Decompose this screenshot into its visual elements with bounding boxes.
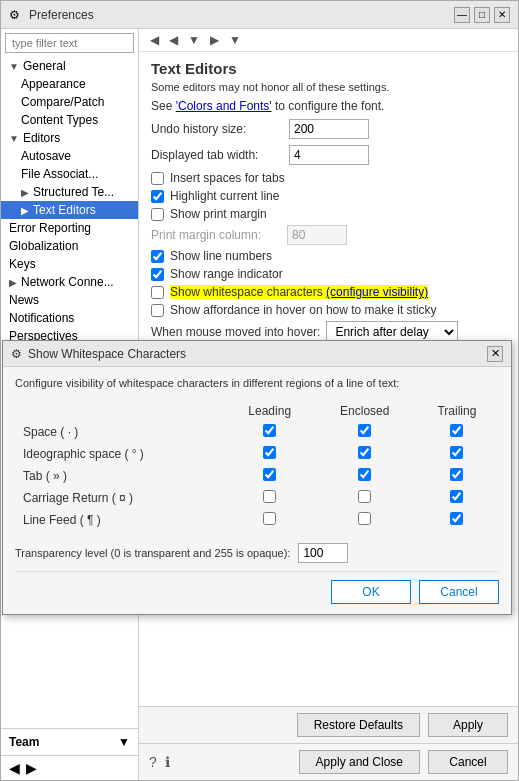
sidebar-item-news[interactable]: News — [1, 291, 138, 309]
sidebar-item-autosave[interactable]: Autosave — [1, 147, 138, 165]
nav-dropdown-button[interactable]: ▼ — [185, 31, 203, 49]
apply-and-close-button[interactable]: Apply and Close — [299, 750, 420, 774]
ideographic-enclosed-checkbox[interactable] — [358, 446, 371, 459]
team-label[interactable]: Team — [9, 735, 39, 749]
ok-button[interactable]: OK — [331, 580, 411, 604]
sidebar-item-error-reporting[interactable]: Error Reporting — [1, 219, 138, 237]
sidebar-item-file-assoc[interactable]: File Associat... — [1, 165, 138, 183]
sidebar-item-label: Notifications — [9, 311, 74, 325]
undo-history-input[interactable] — [289, 119, 369, 139]
show-range-indicator-checkbox[interactable] — [151, 268, 164, 281]
table-row: Ideographic space ( ° ) — [15, 443, 499, 465]
ideographic-leading-checkbox[interactable] — [263, 446, 276, 459]
dialog-title-bar: ⚙ Show Whitespace Characters ✕ — [3, 341, 511, 367]
show-affordance-checkbox[interactable] — [151, 304, 164, 317]
print-margin-column-input — [287, 225, 347, 245]
whitespace-table: Leading Enclosed Trailing Space ( · ) Id… — [15, 401, 499, 531]
configure-visibility-link[interactable]: (configure visibility) — [326, 285, 428, 299]
cancel-button[interactable]: Cancel — [428, 750, 508, 774]
sidebar-item-editors[interactable]: ▼ Editors — [1, 129, 138, 147]
dialog-close-button[interactable]: ✕ — [487, 346, 503, 362]
transparency-label: Transparency level (0 is transparent and… — [15, 547, 290, 559]
col-header-label — [15, 401, 225, 421]
space-trailing-checkbox[interactable] — [450, 424, 463, 437]
tab-leading-checkbox[interactable] — [263, 468, 276, 481]
row-label-lf: Line Feed ( ¶ ) — [15, 509, 225, 531]
sidebar-item-globalization[interactable]: Globalization — [1, 237, 138, 255]
restore-defaults-button[interactable]: Restore Defaults — [297, 713, 420, 737]
space-leading-checkbox[interactable] — [263, 424, 276, 437]
print-margin-column-row: Print margin column: — [151, 225, 506, 245]
show-affordance-label: Show affordance in hover on how to make … — [170, 303, 437, 317]
sidebar-item-content-types[interactable]: Content Types — [1, 111, 138, 129]
sidebar-item-label: File Associat... — [21, 167, 98, 181]
cr-enclosed-checkbox[interactable] — [358, 490, 371, 503]
undo-history-label: Undo history size: — [151, 122, 281, 136]
lf-leading-checkbox[interactable] — [263, 512, 276, 525]
insert-spaces-label: Insert spaces for tabs — [170, 171, 285, 185]
sidebar-item-label: Network Conne... — [21, 275, 114, 289]
sidebar-item-label: Keys — [9, 257, 36, 271]
close-button[interactable]: ✕ — [494, 7, 510, 23]
tab-trailing-checkbox[interactable] — [450, 468, 463, 481]
sidebar-item-structured-te[interactable]: ▶ Structured Te... — [1, 183, 138, 201]
sidebar-item-label: Autosave — [21, 149, 71, 163]
footer-actions: Apply and Close Cancel — [299, 750, 508, 774]
sidebar-item-network-conne[interactable]: ▶ Network Conne... — [1, 273, 138, 291]
row-label-ideographic: Ideographic space ( ° ) — [15, 443, 225, 465]
colors-and-fonts-link[interactable]: 'Colors and Fonts' — [176, 99, 272, 113]
sidebar-item-label: News — [9, 293, 39, 307]
note-see-text: See — [151, 99, 176, 113]
info-button[interactable]: ℹ — [165, 754, 170, 770]
dialog-cancel-button[interactable]: Cancel — [419, 580, 499, 604]
sidebar-item-text-editors[interactable]: ▶ Text Editors — [1, 201, 138, 219]
lf-enclosed-checkbox[interactable] — [358, 512, 371, 525]
nav-back-button[interactable]: ◀ — [147, 31, 162, 49]
sidebar-item-label: General — [23, 59, 66, 73]
tab-enclosed-checkbox[interactable] — [358, 468, 371, 481]
sidebar-item-notifications[interactable]: Notifications — [1, 309, 138, 327]
ideographic-trailing-checkbox[interactable] — [450, 446, 463, 459]
filter-input[interactable] — [5, 33, 134, 53]
window-controls: — □ ✕ — [454, 7, 510, 23]
sidebar-item-label: Error Reporting — [9, 221, 91, 235]
sidebar-item-appearance[interactable]: Appearance — [1, 75, 138, 93]
col-header-trailing: Trailing — [415, 401, 499, 421]
transparency-input[interactable] — [298, 543, 348, 563]
space-enclosed-checkbox[interactable] — [358, 424, 371, 437]
show-whitespace-checkbox[interactable] — [151, 286, 164, 299]
sidebar-item-general[interactable]: ▼ General — [1, 57, 138, 75]
help-button[interactable]: ? — [149, 754, 157, 770]
expand-arrow-text-editors: ▶ — [21, 205, 29, 216]
table-row: Tab ( » ) — [15, 465, 499, 487]
preferences-icon: ⚙ — [9, 8, 23, 22]
cr-trailing-checkbox[interactable] — [450, 490, 463, 503]
show-range-indicator-row: Show range indicator — [151, 267, 506, 281]
insert-spaces-checkbox[interactable] — [151, 172, 164, 185]
expand-arrow-editors: ▼ — [9, 133, 19, 144]
dialog-body: Configure visibility of whitespace chara… — [3, 367, 511, 614]
bottom-buttons: Restore Defaults Apply — [139, 706, 518, 743]
print-margin-checkbox[interactable] — [151, 208, 164, 221]
lf-trailing-checkbox[interactable] — [450, 512, 463, 525]
sidebar-back-button[interactable]: ◀ — [9, 760, 20, 776]
nav-forward-button[interactable]: ◀ — [166, 31, 181, 49]
expand-arrow-structured: ▶ — [21, 187, 29, 198]
highlight-line-checkbox[interactable] — [151, 190, 164, 203]
dialog-buttons: OK Cancel — [15, 571, 499, 604]
tab-width-input[interactable] — [289, 145, 369, 165]
apply-button[interactable]: Apply — [428, 713, 508, 737]
team-expand-arrow[interactable]: ▼ — [118, 735, 130, 749]
sidebar-item-compare-patch[interactable]: Compare/Patch — [1, 93, 138, 111]
nav-forward2-button[interactable]: ▶ — [207, 31, 222, 49]
sidebar-item-label: Structured Te... — [33, 185, 114, 199]
maximize-button[interactable]: □ — [474, 7, 490, 23]
highlight-line-label: Highlight current line — [170, 189, 279, 203]
cr-leading-checkbox[interactable] — [263, 490, 276, 503]
sidebar-item-keys[interactable]: Keys — [1, 255, 138, 273]
minimize-button[interactable]: — — [454, 7, 470, 23]
sidebar-forward-button[interactable]: ▶ — [26, 760, 37, 776]
show-line-numbers-checkbox[interactable] — [151, 250, 164, 263]
print-margin-row: Show print margin — [151, 207, 506, 221]
nav-dropdown2-button[interactable]: ▼ — [226, 31, 244, 49]
